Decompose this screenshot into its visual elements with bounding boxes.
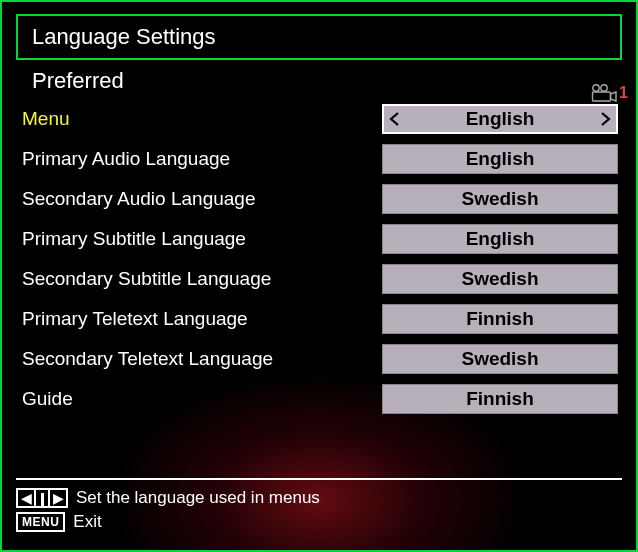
menu-hint-text: Exit (73, 512, 101, 532)
value-selector[interactable]: Swedish (382, 184, 618, 214)
setting-label: Guide (20, 388, 382, 410)
setting-row[interactable]: Primary Audio LanguageEnglish (20, 140, 618, 178)
setting-row[interactable]: GuideFinnish (20, 380, 618, 418)
setting-row[interactable]: Secondary Subtitle LanguageSwedish (20, 260, 618, 298)
settings-panel: Language Settings Preferred 1 MenuEnglis… (0, 0, 638, 552)
setting-row[interactable]: Primary Teletext LanguageFinnish (20, 300, 618, 338)
dpad-icon: ◀▶ (16, 488, 68, 508)
setting-label: Secondary Teletext Language (20, 348, 382, 370)
setting-value: Swedish (461, 268, 538, 290)
title-box: Language Settings (16, 14, 622, 60)
setting-label: Primary Teletext Language (20, 308, 382, 330)
setting-value: English (466, 228, 535, 250)
setting-label: Menu (20, 108, 382, 130)
setting-value: English (466, 148, 535, 170)
chevron-left-icon[interactable] (384, 106, 406, 132)
setting-value: Swedish (461, 188, 538, 210)
menu-button-icon: MENU (16, 512, 65, 532)
svg-point-0 (593, 85, 599, 91)
value-selector[interactable]: English (382, 144, 618, 174)
value-selector[interactable]: Finnish (382, 304, 618, 334)
setting-label: Secondary Audio Language (20, 188, 382, 210)
svg-rect-2 (593, 92, 611, 101)
footer: ◀▶ Set the language used in menus MENU E… (16, 478, 622, 536)
nav-hint-text: Set the language used in menus (76, 488, 320, 508)
section-label: Preferred (32, 68, 606, 94)
setting-label: Primary Subtitle Language (20, 228, 382, 250)
setting-row[interactable]: Secondary Audio LanguageSwedish (20, 180, 618, 218)
value-selector[interactable]: English (382, 224, 618, 254)
settings-list: MenuEnglishPrimary Audio LanguageEnglish… (20, 100, 618, 418)
corner-indicator: 1 (619, 84, 628, 102)
setting-row[interactable]: Secondary Teletext LanguageSwedish (20, 340, 618, 378)
setting-row[interactable]: MenuEnglish (20, 100, 618, 138)
setting-value: Finnish (466, 388, 534, 410)
value-selector[interactable]: Swedish (382, 344, 618, 374)
footer-menu-hint: MENU Exit (16, 512, 622, 532)
setting-label: Primary Audio Language (20, 148, 382, 170)
setting-row[interactable]: Primary Subtitle LanguageEnglish (20, 220, 618, 258)
chevron-right-icon[interactable] (594, 106, 616, 132)
divider (16, 478, 622, 480)
setting-value: Swedish (461, 348, 538, 370)
setting-value: Finnish (466, 308, 534, 330)
page-title: Language Settings (32, 24, 606, 50)
value-selector[interactable]: English (382, 104, 618, 134)
camera-icon: 1 (591, 84, 628, 102)
svg-point-1 (601, 85, 607, 91)
value-selector[interactable]: Swedish (382, 264, 618, 294)
setting-value: English (466, 108, 535, 130)
setting-label: Secondary Subtitle Language (20, 268, 382, 290)
value-selector[interactable]: Finnish (382, 384, 618, 414)
footer-nav-hint: ◀▶ Set the language used in menus (16, 488, 622, 508)
